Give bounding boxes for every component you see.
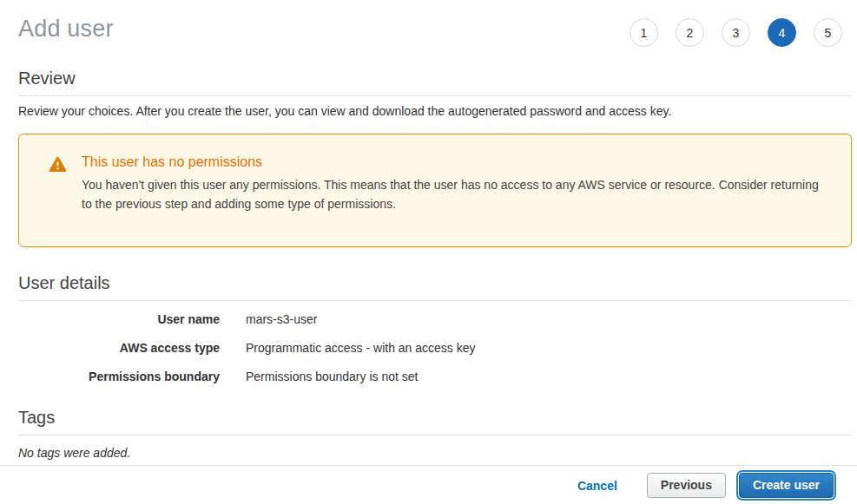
previous-button[interactable]: Previous (647, 473, 726, 498)
create-user-button[interactable]: Create user (739, 473, 834, 498)
warning-content: This user has no permissions You haven't… (82, 154, 821, 213)
detail-row-permissions-boundary: Permissions boundary Permissions boundar… (18, 370, 852, 383)
wizard-step-indicators: 1 2 3 4 5 (630, 14, 842, 47)
no-permissions-warning-banner: This user has no permissions You haven't… (18, 134, 852, 247)
wizard-header: Add user 1 2 3 4 5 (0, 0, 857, 47)
step-circle-2: 2 (676, 18, 704, 47)
warning-triangle-icon (49, 154, 66, 213)
detail-value: Permissions boundary is not set (246, 370, 418, 383)
add-user-wizard-page: Add user 1 2 3 4 5 Review Review your ch… (0, 0, 857, 504)
step-circle-3: 3 (722, 18, 750, 47)
tags-heading: Tags (18, 408, 852, 428)
detail-label: AWS access type (18, 341, 220, 355)
step-circle-1: 1 (630, 18, 658, 47)
detail-row-access-type: AWS access type Programmatic access - wi… (18, 341, 852, 355)
detail-label: User name (18, 312, 220, 326)
user-details-divider (18, 300, 852, 301)
tags-section: Tags No tags were added. (18, 408, 852, 460)
warning-body: You haven't given this user any permissi… (82, 175, 821, 213)
footer-actions: Cancel Previous Create user (0, 466, 857, 498)
step-circle-4: 4 (768, 18, 796, 47)
user-details-heading: User details (18, 273, 852, 293)
warning-title: This user has no permissions (82, 154, 821, 170)
review-divider (18, 95, 852, 96)
detail-value: mars-s3-user (246, 312, 317, 326)
page-title: Add user (18, 14, 114, 43)
detail-label: Permissions boundary (18, 370, 220, 383)
user-details-rows: User name mars-s3-user AWS access type P… (18, 312, 852, 383)
tags-divider (18, 435, 852, 435)
user-details-section: User details User name mars-s3-user AWS … (18, 273, 852, 383)
cancel-link[interactable]: Cancel (577, 479, 617, 493)
review-description: Review your choices. After you create th… (18, 104, 852, 118)
review-heading: Review (18, 69, 852, 88)
detail-row-user-name: User name mars-s3-user (18, 312, 852, 326)
review-section: Review Review your choices. After you cr… (18, 69, 852, 118)
detail-value: Programmatic access - with an access key (246, 341, 476, 355)
step-circle-5: 5 (814, 18, 842, 47)
tags-empty-message: No tags were added. (18, 446, 852, 460)
wizard-footer: Cancel Previous Create user (0, 465, 857, 504)
